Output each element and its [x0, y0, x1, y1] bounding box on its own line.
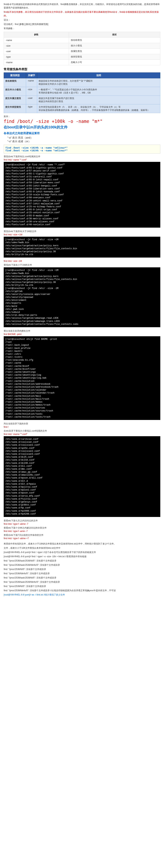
sec6-label3: 查看在etc下面7天以前的文件保存的文件 [4, 534, 160, 537]
sec7-r10: [root@VM-RHEL-6-8 yum]# wc -l link.txt /… [4, 593, 160, 596]
syntax-line: 语法格式：find [参数] [路径] [查找和搜索范围] [4, 23, 160, 26]
p-type-d: 按类型查找 [69, 54, 160, 60]
cond-r2-c3: 一般使用"+"、"-"号设置超过或小于指定的大小作为查找条件 常用的容量单位包括… [37, 87, 160, 96]
sec7-r5: find: "/proc/2536/fdinfo/5": 没有那个文件或目录 [4, 572, 160, 575]
sec1-label: 查找在etc下面所有以.conf结尾的文件 [4, 155, 160, 158]
cond-r1-c1: 按名称查找 [4, 78, 26, 87]
sec1-term: [root@localhost ~]# find /etc/ -name "*.… [4, 162, 160, 228]
sec5-red2: find /etc/ -iname "*.conf" [4, 433, 160, 435]
sec7-r8: find: "/proc/2539/fd/5": 没有那个文件或目录 [4, 585, 160, 588]
p-name-d: 按名称查找 [69, 37, 160, 43]
sec6-red3: find /etc/ -type f -atime +7 [4, 537, 160, 540]
sec5-label2: 在etc目录下查找大小查找以.conf结尾的文件 [4, 429, 160, 433]
p-size: -size [4, 43, 69, 49]
sec7-r3: find: "/proc/2536/task/2536/fdinfo/5": 没… [4, 563, 160, 567]
param-table: 参数 描述 -name按名称查找 -size按大小查找 -user按属性查找 -… [4, 32, 160, 65]
intro-block: find命令可以根据给定的路径和表达式查找的文件或目录。find参数选项很多，并… [4, 3, 160, 30]
sec7-r0: [root@VM-RHEL-6-8 yum]# find / -type l /… [4, 551, 160, 554]
logic-l1: "-a" 表示 而且（and） [7, 136, 160, 140]
p-name: -name [4, 37, 69, 43]
cond-r4-c3: 文件类型包括普通文件（f）、目录（d）、块设备文件（b）、字符设备文件（c）等 … [37, 104, 160, 113]
logic-list: "-a" 表示 而且（and） "-o" 表示 或者（or） [7, 136, 160, 143]
sec7-r9: find: "/proc/2539/fdinfo/5": 没有那个文件或目录 /… [4, 589, 160, 592]
p-iname-d: 忽略大小写 [69, 60, 160, 65]
p-size-d: 按大小查找 [69, 43, 160, 49]
common-label: 常用参数： [4, 27, 160, 30]
cond-r4-c2: -type [26, 104, 37, 113]
cond-table: 查找类型 关键字 说明 按名称查找-name根据目标文件的名称进行查找，允许使用… [4, 72, 160, 113]
sec3-term: [root@localhost ~]# find /etc/ -size +1M… [4, 267, 160, 327]
sec3-label: 查找etc下面有小于1M的文件 [4, 264, 160, 267]
cond-h1: 查找类型 [4, 72, 26, 78]
p-iname: -iname [4, 60, 69, 65]
cond-r4-c1: 按文件类型查找 [4, 104, 26, 113]
param-h1: 参数 [4, 32, 69, 37]
sec3-red: find /etc/ -size -1M [4, 260, 160, 262]
sec7-p1b: 文件，或者大小于10K文件查找出来并保存到link.txt文件中 [4, 547, 160, 550]
sec5-label: 列出当前目录下面的全部 [4, 422, 160, 425]
cond-h3: 说明 [37, 72, 160, 78]
cond-r2-c2: -size [26, 87, 37, 96]
cond-r3-c3: 根据文件是否属于目标用户进行查找 根据文件的类型进行查找 [37, 96, 160, 104]
intro-p1: find命令可以根据给定的路径和表达式查找的文件或目录。find参数选项很多，并… [4, 3, 160, 10]
cond-r3-c2: -user [26, 96, 37, 104]
logic-title: 各表达式之间使用逻辑运算符 [4, 131, 160, 135]
logic-l2: "-o" 表示 或者（or） [7, 140, 160, 143]
sec5-red1: find / [4, 426, 160, 428]
sec2-label: 查找在etc下面所有大于1M的文件 [4, 230, 160, 233]
sec6-red2: find /etc/ -type f -amin -7 [4, 530, 160, 532]
logic-code1: find /boot -size +1024k -a -name "vmlinu… [5, 146, 159, 149]
syntax-label: 语法： [4, 18, 160, 22]
p-user-d: 按属性查找 [69, 49, 160, 54]
sec7-r4: find: "/proc/2536/fd/5": 没有那个文件或目录 [4, 568, 160, 571]
sec7-r1: [root@VM-RHEL-6-8 yum]# find / -type l -… [4, 555, 160, 558]
sec4-label: 查出当前主目录的拥有文件 [4, 330, 160, 333]
sec7-r2: find: "/proc/2536/task/2536/fd/5": 没有那个文… [4, 559, 160, 562]
sec7-cmd-list: [root@VM-RHEL-6-8 yum]# find / -type l /… [4, 551, 160, 596]
logic-code-box: find /boot -size +1024k -a -name "vmlinu… [4, 145, 160, 154]
case-cmd: find /boot/ -size +100k -o -name "m*" [4, 119, 160, 124]
sec6-label2: 查看etc下面十分钟之内被访问过的全部文件 [4, 526, 160, 529]
cond-r3-c1: 按文件属主查找 [4, 96, 26, 104]
case-label: 案例： [4, 115, 160, 118]
p-type: -type [4, 54, 69, 60]
cond-title: 常用查找条件类型 [4, 67, 160, 71]
cond-r1-c3: 根据目标文件的名称进行查找，允许使用"*"及"?"通配符 根据目标文件的大小进行… [37, 78, 160, 87]
sec2-red: find /etc/ -size +1M [4, 234, 160, 236]
sec7-r7: find: "/proc/2539/task/2539/fdinfo/5": 没… [4, 581, 160, 584]
p-user: -user [4, 49, 69, 54]
sec4-term: [root@localhost etc]# find $HOME -print … [4, 336, 160, 420]
logic-code2: find /boot -size +1024k -o -name "vmlinu… [5, 149, 159, 152]
sec6-red: find /etc/ -type f -atime -7 [4, 523, 160, 525]
cond-r1-c2: -name [26, 78, 37, 87]
param-h2: 描述 [69, 32, 160, 37]
sec6-label: 查看etc下面七天之内访问过的文件 [4, 519, 160, 522]
sec5-term: /etc/sane.d/cardscan.conf /etc/sane.d/co… [4, 436, 160, 517]
sec7-r6: find: "/proc/2539/task/2539/fd/5": 没有那个文… [4, 576, 160, 580]
case-desc: 在boot目录中以m开的头的100k的文件 [4, 125, 160, 130]
cond-r2-c1: 按文件大小查找 [4, 87, 26, 96]
sec4-red: find $HOME -print [4, 333, 160, 336]
sec1-red: find /etc/ -name "*.conf" [4, 158, 160, 161]
sec7-p1: 将系统中所有找到文件，或者大小于10K的文件查找出来并且保存到link.txt文… [4, 542, 160, 546]
intro-p2: find如不加任何参数，表示查找当前路径下的所有文件和目录，如果服务器负载比较高… [4, 10, 160, 18]
cond-h2: 关键字 [26, 72, 37, 78]
sec2-term: [root@localhost ~]# find /etc/ -size +1M… [4, 237, 160, 257]
